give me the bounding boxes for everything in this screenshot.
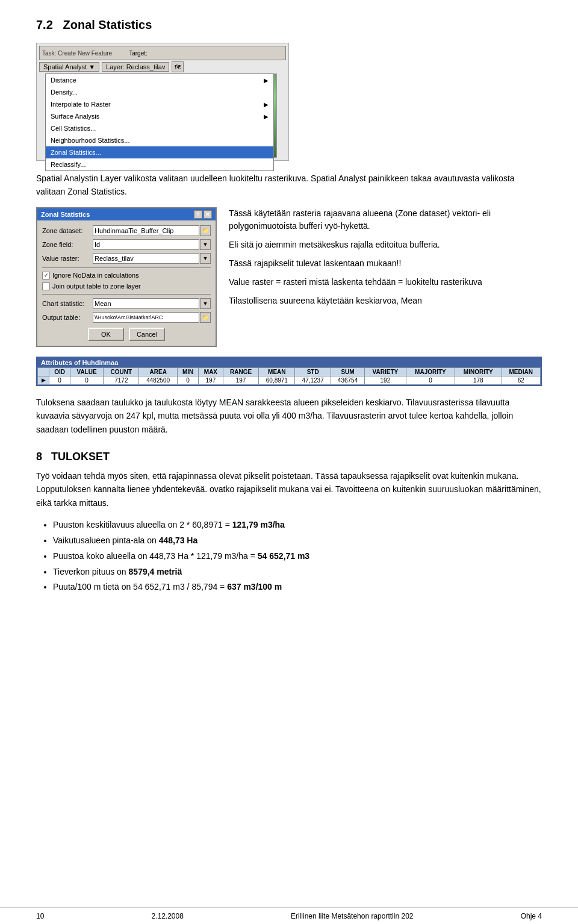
value-raster-dropdown-button[interactable]: ▼ [200, 253, 211, 264]
bullet-bold-2: 448,73 Ha [159, 535, 198, 545]
dialog-help-button[interactable]: ? [194, 210, 202, 219]
footer-date: 2.12.2008 [152, 912, 184, 920]
attributes-title: Attributes of Huhdinmaa [41, 359, 118, 366]
value-raster-input[interactable]: Reclass_tilav [93, 253, 199, 264]
zonal-statistics-dialog: Zonal Statistics ? ✕ Zone dataset: Huhdi… [36, 207, 217, 347]
cancel-button[interactable]: Cancel [129, 328, 165, 341]
row-arrow: ▶ [38, 376, 49, 384]
chart-statistic-dropdown-button[interactable]: ▼ [200, 298, 211, 309]
output-table-input-group: \\Husoko\ArcGisMatkat\ARC 📁 [93, 312, 211, 323]
menu-item-zonal[interactable]: Zonal Statistics... [46, 146, 273, 158]
footer-page-number: 10 [36, 912, 44, 920]
zone-field-input[interactable]: Id [93, 239, 199, 250]
zone-field-label: Zone field: [42, 241, 90, 248]
cell-median: 62 [502, 376, 540, 384]
bullet-text-3: Puustoa koko alueella on 448,73 Ha * 121… [53, 551, 258, 561]
cell-area: 4482500 [139, 376, 178, 384]
zone-field-input-group: Id ▼ [93, 239, 211, 250]
menu-item-density[interactable]: Density... [46, 86, 273, 98]
value-raster-input-group: Reclass_tilav ▼ [93, 253, 211, 264]
para-2-part-2: Eli sitä jo aiemmin metsäkeskus rajalla … [229, 239, 542, 251]
col-header-area: AREA [139, 367, 178, 376]
dialog-close-button[interactable]: ✕ [204, 210, 212, 219]
menu-item-neighbourhood[interactable]: Neighbourhood Statistics... [46, 134, 273, 146]
cell-variety: 192 [365, 376, 406, 384]
chart-statistic-input[interactable]: Mean [93, 298, 199, 309]
dropdown-arrow-icon: ▼ [89, 63, 95, 70]
bullet-text-5: Puuta/100 m tietä on 54 652,71 m3 / 85,7… [53, 582, 227, 592]
menu-item-distance[interactable]: Distance ▶ [46, 74, 273, 86]
section-number: 7.2 [36, 18, 53, 31]
paragraph-3: Tuloksena saadaan taulukko ja taulukosta… [36, 396, 542, 436]
paragraph-2: Tässä käytetään rasteria rajaavana aluee… [229, 207, 542, 307]
col-header-oid: OID [49, 367, 70, 376]
output-table-browse-button[interactable]: 📁 [200, 312, 211, 323]
table-row: ▶ 0 0 7172 4482500 0 197 197 60,8971 47,… [38, 376, 541, 384]
dialog-body: Zone dataset: HuhdinmaaTie_Buffer_Clip 📁… [37, 220, 216, 346]
chart-statistic-input-group: Mean ▼ [93, 298, 211, 309]
zone-dataset-input-group: HuhdinmaaTie_Buffer_Clip 📁 [93, 225, 211, 236]
ignore-nodata-checkbox[interactable]: ✓ [42, 272, 50, 279]
toolbar-bar: Task: Create New Feature Target: [39, 46, 286, 60]
para-2-part-1: Tässä käytetään rasteria rajaavana aluee… [229, 207, 542, 233]
paragraph-1: Spatial Analystin Layer valikosta valita… [36, 172, 542, 199]
bullet-bold-1: 121,79 m3/ha [232, 520, 285, 529]
footer-doc-title: Erillinen liite Metsätehon raporttiin 20… [291, 912, 413, 920]
section-title: 7.2 Zonal Statistics [36, 18, 542, 32]
menu-item-surface[interactable]: Surface Analysis ▶ [46, 110, 273, 122]
results-bullet-list: Puuston keskitilavuus alueella on 2 * 60… [53, 518, 542, 595]
bullet-bold-4: 8579,4 metriä [129, 567, 182, 576]
col-header-majority: MAJORITY [406, 367, 455, 376]
spatial-analyst-label: Spatial Analyst [43, 63, 87, 70]
cell-range: 197 [223, 376, 259, 384]
col-header-min: MIN [178, 367, 199, 376]
zone-dataset-browse-button[interactable]: 📁 [200, 225, 211, 236]
spatial-analyst-dropdown[interactable]: Spatial Analyst ▼ [39, 62, 99, 72]
zone-dataset-input[interactable]: HuhdinmaaTie_Buffer_Clip [93, 225, 199, 236]
attributes-table-header: OID VALUE COUNT AREA MIN MAX RANGE MEAN … [38, 367, 541, 376]
output-table-label: Output table: [42, 314, 90, 321]
bullet-bold-3: 54 652,71 m3 [258, 551, 309, 561]
dialog-action-buttons: OK Cancel [42, 328, 211, 341]
join-output-checkbox[interactable] [42, 283, 50, 290]
cell-majority: 0 [406, 376, 455, 384]
menu-item-cell[interactable]: Cell Statistics... [46, 122, 273, 134]
list-item-1: Puuston keskitilavuus alueella on 2 * 60… [53, 518, 542, 532]
col-header-mean: MEAN [259, 367, 295, 376]
map-with-menu: Distance ▶ Density... Interpolate to Ras… [39, 73, 286, 158]
col-header-variety: VARIETY [365, 367, 406, 376]
zone-field-row: Zone field: Id ▼ [42, 239, 211, 250]
value-raster-row: Value raster: Reclass_tilav ▼ [42, 253, 211, 264]
dialog-title-buttons: ? ✕ [194, 210, 212, 219]
attributes-titlebar: Attributes of Huhdinmaa [37, 358, 541, 367]
value-raster-label: Value raster: [42, 255, 90, 262]
section-8-number: 8 [36, 451, 42, 463]
layer-button[interactable]: 🗺 [172, 61, 184, 72]
col-header-count: COUNT [104, 367, 139, 376]
separator-1 [42, 267, 211, 268]
section-8-heading: TULOKSET [51, 451, 110, 463]
col-header-value: VALUE [70, 367, 104, 376]
attributes-table: OID VALUE COUNT AREA MIN MAX RANGE MEAN … [37, 367, 541, 385]
target-label: Target: [129, 50, 148, 57]
section-heading: Zonal Statistics [63, 18, 152, 31]
zone-field-dropdown-button[interactable]: ▼ [200, 239, 211, 250]
list-item-4: Tieverkon pituus on 8579,4 metriä [53, 565, 542, 579]
zone-dataset-row: Zone dataset: HuhdinmaaTie_Buffer_Clip 📁 [42, 225, 211, 236]
col-header-std: STD [295, 367, 331, 376]
cell-mean: 60,8971 [259, 376, 295, 384]
layer-label: Layer: Reclass_tilav [102, 62, 169, 72]
output-table-row: Output table: \\Husoko\ArcGisMatkat\ARC … [42, 312, 211, 323]
col-header-arrow [38, 367, 49, 376]
ok-button[interactable]: OK [88, 328, 124, 341]
cell-min: 0 [178, 376, 199, 384]
menu-item-reclassify[interactable]: Reclassify... [46, 158, 273, 170]
list-item-3: Puustoa koko alueella on 448,73 Ha * 121… [53, 549, 542, 564]
col-header-median: MEDIAN [502, 367, 540, 376]
cell-minority: 178 [455, 376, 502, 384]
col-header-minority: MINORITY [455, 367, 502, 376]
list-item-2: Vaikutusalueen pinta-ala on 448,73 Ha [53, 534, 542, 548]
dialog-titlebar: Zonal Statistics ? ✕ [37, 208, 216, 220]
output-table-input[interactable]: \\Husoko\ArcGisMatkat\ARC [93, 312, 199, 323]
menu-item-interpolate[interactable]: Interpolate to Raster ▶ [46, 98, 273, 110]
